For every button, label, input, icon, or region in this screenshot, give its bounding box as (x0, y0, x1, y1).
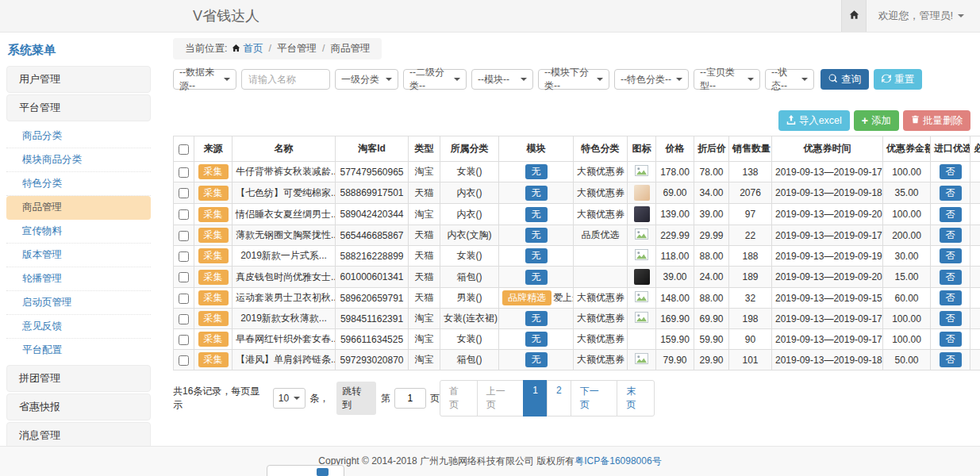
cell-category: 女装() (440, 162, 499, 182)
cell-feature: 大额优惠券 (574, 329, 628, 350)
cell-type: 淘宝 (409, 329, 440, 350)
column-header-sales: 销售数量 (729, 136, 772, 162)
breadcrumb-trail: /平台管理/商品管理 (263, 43, 370, 54)
cell-must_buy: 否 (970, 225, 980, 246)
feature-category-select[interactable]: --特色分类-- (614, 69, 689, 90)
page-number-input[interactable] (394, 388, 426, 409)
module-select[interactable]: --模块-- (471, 69, 533, 90)
prev-page-button[interactable]: 上一页 (477, 380, 525, 416)
module-none-badge[interactable]: 无 (525, 270, 548, 285)
module-none-badge[interactable]: 无 (525, 311, 548, 326)
module-none-badge[interactable]: 无 (525, 332, 548, 347)
imported-toggle[interactable]: 否 (940, 186, 962, 201)
cell-coupon_amount: 50.00 (883, 350, 931, 370)
sidebar-item-platform-config[interactable]: 平台配置 (6, 339, 151, 362)
imported-toggle[interactable]: 否 (940, 248, 962, 263)
sidebar-item-carousel-mgmt[interactable]: 轮播管理 (6, 267, 151, 291)
module-none-badge[interactable]: 无 (525, 186, 548, 201)
caret-down-icon (521, 78, 527, 81)
row-checkbox[interactable] (179, 231, 189, 241)
sidebar-item-feature-category[interactable]: 特色分类 (6, 172, 151, 196)
row-checkbox[interactable] (179, 355, 189, 366)
home-button[interactable] (841, 0, 867, 32)
row-checkbox[interactable] (179, 188, 189, 198)
sidebar-item-product-category[interactable]: 商品分类 (6, 125, 151, 148)
sidebar: 系统菜单 用户管理平台管理商品分类模块商品分类特色分类商品管理宣传物料版本管理轮… (6, 33, 151, 476)
module-sub-category-select[interactable]: --模块下分类-- (538, 69, 609, 90)
cell-icon (628, 204, 656, 225)
search-button[interactable]: 查询 (821, 69, 869, 90)
imported-toggle[interactable]: 否 (940, 290, 962, 305)
row-checkbox-cell (174, 309, 194, 329)
cell-discount: 29.90 (694, 350, 729, 370)
cell-icon (628, 182, 656, 204)
sidebar-section-platform-mgmt[interactable]: 平台管理 (6, 94, 151, 121)
imported-toggle[interactable]: 否 (940, 352, 962, 367)
cell-imported: 否 (931, 182, 970, 204)
module-none-badge[interactable]: 无 (525, 207, 548, 222)
cell-coupon_amount: 100.00 (883, 162, 931, 182)
cell-source: 采集 (194, 182, 233, 204)
cell-must_buy: 否 (970, 162, 980, 182)
last-page-button[interactable]: 末页 (617, 380, 655, 416)
sidebar-section-message-mgmt[interactable]: 消息管理 (6, 422, 151, 449)
module-none-badge[interactable]: 无 (525, 164, 548, 179)
sidebar-menu: 用户管理平台管理商品分类模块商品分类特色分类商品管理宣传物料版本管理轮播管理启动… (6, 66, 151, 476)
module-none-badge[interactable]: 无 (525, 228, 548, 243)
row-checkbox-cell (174, 267, 194, 288)
per-page-select[interactable]: 10 (273, 388, 306, 409)
sidebar-item-promo-material[interactable]: 宣传物料 (6, 220, 151, 244)
imported-toggle[interactable]: 否 (940, 311, 962, 326)
icp-link[interactable]: 粤ICP备16098006号 (575, 455, 661, 466)
sidebar-item-feedback[interactable]: 意见反馈 (6, 315, 151, 339)
row-checkbox[interactable] (179, 294, 189, 304)
row-checkbox[interactable] (179, 272, 189, 282)
cell-coupon_amount: 100.00 (883, 329, 931, 350)
cell-name: 【七色纺】可爱纯棉家... (233, 182, 336, 204)
first-page-button[interactable]: 首页 (440, 380, 478, 416)
imported-toggle[interactable]: 否 (940, 270, 962, 285)
table-row: 采集牛仔背带裤女秋装减龄...577479560965淘宝女装()无大额优惠券1… (174, 162, 980, 182)
cell-must_buy: 否 (970, 182, 980, 204)
imported-toggle[interactable]: 否 (940, 164, 962, 179)
row-checkbox[interactable] (179, 335, 189, 345)
imported-toggle[interactable]: 否 (940, 332, 962, 347)
name-input[interactable] (241, 69, 330, 90)
module-none-badge[interactable]: 无 (525, 248, 548, 263)
level2-category-select[interactable]: --二级分类-- (403, 69, 467, 90)
user-menu[interactable]: 欢迎您，管理员! (867, 9, 980, 23)
imported-toggle[interactable]: 否 (940, 207, 962, 222)
breadcrumb-home-link[interactable]: 首页 (243, 43, 263, 54)
page-2-button[interactable]: 2 (547, 380, 571, 416)
row-checkbox[interactable] (179, 314, 189, 324)
status-select[interactable]: --状态-- (765, 69, 814, 90)
level1-category-select[interactable]: 一级分类 (335, 69, 398, 90)
cell-must_buy: 否 (970, 204, 980, 225)
row-checkbox[interactable] (179, 209, 189, 220)
cell-type: 天猫 (409, 288, 440, 309)
sidebar-section-group-buy-mgmt[interactable]: 拼团管理 (6, 365, 151, 392)
next-page-button[interactable]: 下一页 (571, 380, 618, 416)
cell-name: 2019新款女秋薄款... (233, 309, 336, 329)
page-1-button[interactable]: 1 (523, 380, 548, 416)
add-button[interactable]: + 添加 (854, 110, 899, 131)
imported-toggle[interactable]: 否 (940, 228, 962, 243)
select-all-checkbox[interactable] (179, 144, 189, 155)
item-type-select[interactable]: --宝贝类型-- (694, 69, 760, 90)
data-source-select[interactable]: --数据来源-- (173, 69, 236, 90)
column-header-icon: 图标 (628, 136, 656, 162)
row-checkbox[interactable] (179, 251, 189, 262)
sidebar-item-product-mgmt[interactable]: 商品管理 (6, 196, 151, 220)
jump-button[interactable]: 跳转到 (336, 382, 376, 415)
sidebar-section-savings-news[interactable]: 省惠快报 (6, 393, 151, 420)
reset-button[interactable]: 重置 (874, 69, 922, 90)
import-excel-button[interactable]: 导入excel (778, 110, 850, 131)
batch-delete-button[interactable]: 批量删除 (903, 110, 970, 131)
row-checkbox[interactable] (179, 167, 189, 178)
sidebar-item-module-product-category[interactable]: 模块商品分类 (6, 148, 151, 172)
sidebar-item-splash-page-mgmt[interactable]: 启动页管理 (6, 291, 151, 315)
cell-discount: 78.00 (694, 162, 729, 182)
sidebar-section-user-mgmt[interactable]: 用户管理 (6, 66, 151, 93)
sidebar-item-version-mgmt[interactable]: 版本管理 (6, 244, 151, 267)
module-none-badge[interactable]: 无 (525, 352, 548, 367)
